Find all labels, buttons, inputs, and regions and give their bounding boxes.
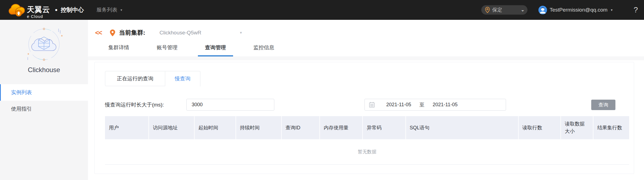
- query-subtabs: 正在运行的查询 慢查询: [105, 71, 629, 86]
- user-avatar[interactable]: [538, 6, 547, 14]
- column-header-duration: 持续时间: [236, 116, 282, 139]
- search-button[interactable]: 查询: [591, 100, 615, 110]
- slow-query-table: 用户 访问源地址 起始时间 持续时间 查询ID 内存使用量 异常码 SQL语句 …: [105, 116, 629, 165]
- region-selector[interactable]: 保定 ◣: [481, 5, 527, 15]
- top-navbar: 天翼云 e Cloud • 控制中心 服务列表 ▼ 保定 ◣ TestPermi…: [0, 0, 644, 20]
- table-header-row: 用户 访问源地址 起始时间 持续时间 查询ID 内存使用量 异常码 SQL语句 …: [105, 116, 629, 139]
- sidebar-item-usage-guide[interactable]: 使用指引: [0, 101, 88, 117]
- main-content: << 当前集群: Clickhouse-Q5wR ▼ 集群详情 账号管理 查询管…: [88, 20, 644, 180]
- location-pin-icon: [485, 7, 490, 13]
- sidebar-menu: 实例列表 使用指引: [0, 84, 88, 117]
- column-header-memory-usage: 内存使用量: [320, 116, 363, 139]
- column-header-start-time: 起始时间: [195, 116, 236, 139]
- separator-dot: •: [55, 6, 57, 14]
- date-range-separator: 至: [419, 102, 424, 108]
- tab-cluster-details[interactable]: 集群详情: [101, 44, 136, 56]
- product-title: Clickhouse: [0, 66, 88, 74]
- brand-name: 天翼云: [27, 6, 50, 13]
- cluster-header: << 当前集群: Clickhouse-Q5wR ▼: [95, 29, 644, 37]
- table-empty-row: 暂无数据: [105, 139, 629, 165]
- column-header-data-size-read: 读取数据大小: [561, 116, 593, 139]
- clickhouse-cloud-illustration: [23, 26, 65, 62]
- query-panel-card: 正在运行的查询 慢查询 慢查询运行时长大于(ms): 2021-11-05 至 …: [94, 62, 634, 174]
- slow-query-filter-row: 慢查询运行时长大于(ms): 2021-11-05 至 2021-11-05 查…: [105, 99, 629, 111]
- tab-account-management[interactable]: 账号管理: [150, 44, 185, 56]
- duration-threshold-label: 慢查询运行时长大于(ms):: [105, 101, 164, 108]
- sidebar-item-instance-list[interactable]: 实例列表: [0, 84, 88, 101]
- brand-logo[interactable]: 天翼云 e Cloud: [8, 0, 50, 20]
- column-header-source-address: 访问源地址: [149, 116, 195, 139]
- column-header-user: 用户: [105, 116, 149, 139]
- date-range-start[interactable]: 2021-11-05: [386, 102, 411, 108]
- region-name: 保定: [492, 7, 521, 13]
- service-list-menu[interactable]: 服务列表 ▼: [96, 6, 123, 13]
- avatar-face-icon: [538, 6, 547, 14]
- column-header-rows-read: 读取行数: [519, 116, 561, 139]
- duration-threshold-input[interactable]: [186, 99, 274, 111]
- service-list-label: 服务列表: [96, 6, 117, 13]
- chevron-down-icon: ▼: [120, 9, 123, 12]
- sidebar-item-label: 实例列表: [11, 89, 32, 96]
- brand-subname: e Cloud: [27, 14, 50, 18]
- current-cluster-name: Clickhouse-Q5wR: [159, 30, 201, 36]
- tab-monitoring-info[interactable]: 监控信息: [246, 44, 281, 56]
- sidebar-item-label: 使用指引: [11, 105, 32, 113]
- left-sidebar: Clickhouse 实例列表 使用指引: [0, 20, 88, 180]
- subtab-slow-queries[interactable]: 慢查询: [165, 71, 200, 86]
- date-range-end[interactable]: 2021-11-05: [433, 102, 458, 108]
- tabs-divider-strip: [88, 56, 644, 60]
- main-tabs: 集群详情 账号管理 查询管理 监控信息: [101, 44, 644, 56]
- column-header-result-rows: 结果集行数: [593, 116, 629, 139]
- user-menu-caret-icon[interactable]: ▼: [610, 9, 613, 12]
- console-center-link[interactable]: 控制中心: [61, 6, 84, 14]
- cluster-pin-icon: [110, 29, 115, 36]
- date-range-picker[interactable]: 2021-11-05 至 2021-11-05: [364, 99, 506, 111]
- ecloud-logo-icon: [8, 3, 25, 17]
- calendar-icon: [369, 102, 375, 108]
- current-cluster-label: 当前集群:: [119, 29, 145, 37]
- collapse-sidebar-button[interactable]: <<: [95, 29, 102, 37]
- username-label[interactable]: TestPermission@qq.com: [550, 7, 607, 13]
- column-header-query-id: 查询ID: [282, 116, 320, 139]
- column-header-sql-statement: SQL语句: [406, 116, 519, 139]
- column-header-exception-code: 异常码: [363, 116, 406, 139]
- cluster-dropdown-caret-icon[interactable]: ▼: [239, 31, 242, 35]
- empty-data-text: 暂无数据: [358, 149, 377, 155]
- subtab-running-queries[interactable]: 正在运行的查询: [105, 71, 165, 86]
- tab-query-management[interactable]: 查询管理: [198, 44, 233, 56]
- help-icon[interactable]: ?: [628, 6, 644, 14]
